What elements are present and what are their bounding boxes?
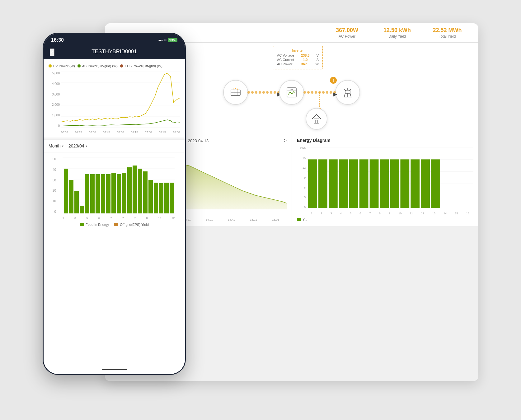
svg-rect-26 [143, 171, 148, 213]
offgrid-label: Off-grid(EPS) Yield [120, 223, 149, 226]
grid-icon [342, 86, 354, 98]
energy-bar-area [307, 147, 473, 209]
svg-line-38 [233, 89, 234, 90]
flow-arrow-2: ▶ ! [304, 89, 335, 96]
line-chart-container: 5,000 4,000 3,000 2,000 1,000 0 [49, 72, 180, 134]
svg-rect-11 [64, 169, 68, 213]
bar-legend: Feed-in Energy Off-grid(EPS) Yield [49, 223, 180, 226]
svg-rect-61 [318, 159, 327, 208]
inverter-power-key: AC Power [277, 62, 293, 66]
svg-rect-65 [359, 159, 368, 208]
date-label: 2023/04 [68, 143, 84, 148]
phone-device: 16:30 ▪▪▪ ≈ 93% < TESTHYBRID0001 [43, 33, 186, 375]
daily-yield-label: Daily Yield [378, 34, 416, 39]
svg-rect-22 [122, 173, 126, 213]
scene: 16:30 ▪▪▪ ≈ 93% < TESTHYBRID0001 [43, 23, 478, 397]
home-bar [102, 369, 127, 370]
solar-icon [229, 86, 242, 99]
svg-rect-53 [316, 120, 317, 123]
legend-ac: AC Power(On-grid) (W) [77, 64, 118, 68]
svg-line-49 [350, 93, 351, 97]
svg-rect-25 [138, 169, 142, 213]
svg-rect-31 [170, 183, 174, 213]
svg-rect-19 [106, 174, 110, 213]
svg-rect-17 [96, 174, 100, 213]
notification-dot: ! [330, 77, 337, 84]
feed-in-label: Feed-in Energy [86, 223, 109, 226]
inverter-icon: INV [286, 86, 298, 98]
inverter-current-row: AC Current 1.0 A [277, 58, 319, 62]
legend-ac-label: AC Power(On-grid) (W) [82, 64, 118, 68]
ac-power-label: AC Power [328, 34, 366, 39]
svg-rect-14 [80, 206, 84, 213]
flow-arrow-1: ▶ [248, 89, 279, 96]
bar-y-axis: 50 40 30 20 10 0 [49, 157, 57, 213]
svg-rect-68 [390, 159, 399, 208]
phone-time: 16:30 [51, 37, 64, 43]
energy-bar-svg [307, 147, 473, 209]
y-0: 0 [58, 124, 60, 128]
date-selector[interactable]: 2023/04 ▾ [68, 143, 87, 148]
back-button[interactable]: < [50, 49, 54, 56]
line-chart-svg-area [61, 72, 180, 128]
phone-status-bar: 16:30 ▪▪▪ ≈ 93% [44, 34, 185, 45]
bar-chart-wrapper: 50 40 30 20 10 0 [49, 157, 180, 220]
svg-rect-12 [69, 180, 73, 213]
svg-line-48 [344, 93, 345, 97]
ac-power-stat: 367.00W AC Power [328, 27, 366, 39]
svg-rect-18 [101, 174, 105, 213]
status-icons: ▪▪▪ ≈ 93% [158, 38, 177, 43]
svg-rect-70 [411, 159, 420, 208]
eps-dot [120, 64, 123, 68]
feed-in-dot [80, 223, 84, 226]
month-label: Month [49, 143, 61, 148]
solar-node [223, 80, 248, 105]
total-yield-value: 22.52 MWh [429, 27, 466, 34]
svg-rect-71 [421, 159, 430, 208]
svg-rect-67 [380, 159, 389, 208]
inverter-voltage-key: AC Voltage [277, 54, 294, 57]
energy-diagram-title: Energy Diagram [297, 138, 473, 143]
month-selector[interactable]: Month ▾ [49, 143, 63, 148]
inverter-current-val: 1.0 [303, 58, 307, 62]
battery-indicator: 93% [168, 38, 177, 42]
wifi-icon: ≈ [164, 38, 167, 43]
signal-icon: ▪▪▪ [158, 38, 163, 43]
line-chart-section: PV Power (W) AC Power(On-grid) (W) EPS P… [44, 59, 185, 138]
inverter-info-box: Inverter AC Voltage 238.3 V AC Current 1… [273, 46, 323, 69]
daily-yield-stat: 12.50 kWh Daily Yield [378, 27, 416, 39]
svg-rect-64 [349, 159, 358, 208]
energy-y-axis: kWh 15 12 9 6 3 0 [297, 147, 307, 209]
svg-rect-23 [127, 167, 132, 213]
inverter-node: INV [279, 80, 304, 105]
inverter-power-val: 367 [301, 62, 307, 66]
y-1000: 1,000 [52, 114, 60, 117]
arrow-dots-1: ▶ [247, 91, 280, 94]
svg-rect-52 [314, 119, 319, 123]
energy-legend: Y... [297, 217, 473, 221]
ac-power-value: 367.00W [328, 27, 366, 34]
inverter-voltage-val: 238.3 [301, 54, 310, 57]
svg-rect-24 [133, 166, 137, 213]
legend-eps-label: EPS Power(Off-grid) (W) [125, 64, 162, 68]
feed-in-legend: Feed-in Energy [80, 223, 109, 226]
inverter-current-key: AC Current [277, 58, 294, 62]
next-date-button[interactable]: > [284, 138, 287, 143]
svg-rect-28 [154, 183, 158, 213]
svg-rect-21 [117, 174, 121, 213]
daily-yield-value: 12.50 kWh [378, 27, 416, 34]
y-3000: 3,000 [52, 93, 60, 96]
svg-line-37 [237, 89, 238, 90]
right-chart-panel: Energy Diagram kWh 15 12 9 6 3 0 [292, 133, 478, 226]
device-title: TESTHYBRID0001 [92, 49, 137, 54]
inverter-voltage-row: AC Voltage 238.3 V [277, 54, 319, 57]
energy-legend-dot [297, 218, 301, 221]
energy-x-axis: 1 2 3 4 5 6 7 8 9 10 11 12 13 14 [307, 212, 473, 215]
home-node [306, 108, 327, 130]
inverter-power-row: AC Power 367 W [277, 62, 319, 66]
legend-pv: PV Power (W) [49, 64, 75, 68]
svg-rect-63 [339, 159, 348, 208]
phone-content: PV Power (W) AC Power(On-grid) (W) EPS P… [44, 59, 185, 374]
line-chart-svg [61, 72, 180, 128]
total-yield-label: Total Yield [429, 34, 466, 39]
